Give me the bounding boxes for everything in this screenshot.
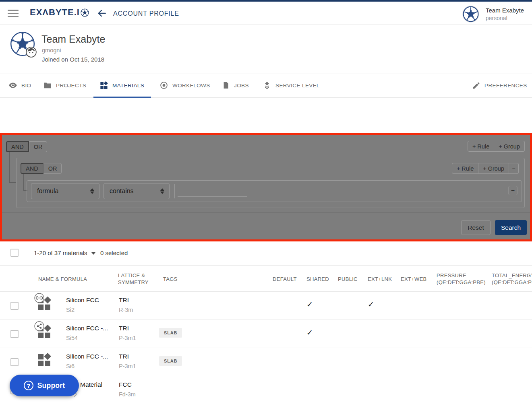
account-scope: personal [486,15,524,21]
account-avatar [462,6,479,23]
workflows-icon [159,81,168,90]
tag-badge: SLAB [159,356,182,366]
add-rule-button[interactable]: + Rule [452,163,478,174]
table-row[interactable]: Silicon FCC -...Si54 TRIP-3m1 SLAB ✓ [0,320,532,348]
file-icon [222,81,230,90]
symmetry-group: P-3m1 [119,335,157,341]
brand-text: EXΛBYTE.I [30,7,80,18]
material-formula: Si54 [66,335,116,341]
remove-group-button[interactable]: − [509,163,519,174]
profile-avatar [10,31,35,56]
col-tags[interactable]: TAGS [163,276,178,282]
account-menu[interactable]: Team Exabyte personal [462,6,524,23]
query-builder-panel: AND OR + Rule + Group AND OR + Rule + Gr… [0,133,532,241]
select-all-checkbox[interactable] [10,249,19,257]
back-arrow-icon[interactable] [97,8,107,19]
support-button[interactable]: ? Support [10,375,79,396]
pencil-icon [472,81,480,90]
rule-operator-select[interactable]: contains [104,183,170,199]
tab-materials[interactable]: MATERIALS [99,74,144,97]
material-name[interactable]: Silicon FCC [66,297,116,304]
lattice-type: TRI [119,325,157,332]
folder-icon [43,81,52,90]
lattice-type: FCC [119,381,157,388]
nested-rule-group: AND OR + Rule + Group − formula contains [16,158,525,208]
col-name-formula[interactable]: NAME & FORMULA [38,276,87,282]
row-checkbox[interactable] [10,302,19,310]
tab-workflows[interactable]: WORKFLOWS [159,74,210,97]
symmetry-group: R-3m [119,307,157,313]
list-controls-bar: 1-20 of 37 materials 0 selected [0,241,532,266]
inner-andor-toggle: AND OR [21,163,62,174]
selected-count: 0 selected [100,249,128,256]
col-lattice-symmetry[interactable]: LATTICE & SYMMETRY [118,272,152,286]
tree-connector [9,152,16,183]
add-group-button[interactable]: + Group [478,163,509,174]
account-name: Team Exabyte [486,7,524,14]
profile-handle: gmogni [42,47,61,54]
row-checkbox[interactable] [10,330,19,338]
row-checkbox[interactable] [10,358,19,366]
materials-icon [99,81,108,90]
rule-divider [174,184,175,198]
share-badge-icon [34,321,44,331]
eye-icon [8,81,17,90]
tab-service-level[interactable]: SERVICE LEVEL [263,74,320,97]
shared-check: ✓ [298,328,322,337]
table-row[interactable]: Silicon FCCSi2 TRIR-3m ✓ ✓ [0,292,532,320]
tab-bio[interactable]: BIO [8,74,31,97]
rule-value-input[interactable] [178,186,247,197]
table-row[interactable]: Material 2 FCCFd-3m [0,376,532,404]
col-total-energy[interactable]: TOTAL_ENERGY (QE:DFT:GGA:PBE) [492,272,532,286]
profile-name: Team Exabyte [41,33,105,45]
profile-joined-date: Joined on Oct 15, 2018 [42,56,104,63]
tab-preferences[interactable]: PREFERENCES [472,74,527,97]
col-pressure[interactable]: PRESSURE (QE:DFT:GGA:PBE) [437,272,485,286]
profile-header: Team Exabyte gmogni Joined on Oct 15, 20… [0,25,532,74]
material-formula: Si6 [66,363,116,369]
reset-button[interactable]: Reset [461,220,491,235]
col-ext-lnk[interactable]: EXT+LNK [368,276,392,282]
ext-lnk-check: ✓ [359,300,383,309]
soccer-ball-icon [81,8,89,17]
add-group-button[interactable]: + Group [494,141,525,152]
select-arrows-icon [160,188,164,194]
lattice-type: TRI [119,353,157,360]
select-arrows-icon [90,188,94,194]
search-button[interactable]: Search [495,220,527,235]
pagination-dropdown[interactable]: 1-20 of 37 materials [34,249,95,256]
add-rule-button[interactable]: + Rule [468,141,494,152]
outer-or-button[interactable]: OR [29,141,48,152]
remove-rule-button[interactable]: − [508,186,518,195]
layers-icon [263,81,271,90]
tab-jobs[interactable]: JOBS [222,74,249,97]
symmetry-group: P-3m1 [119,363,157,369]
materials-toolbar [0,98,532,133]
tag-badge: SLAB [159,328,182,338]
col-ext-web[interactable]: EXT+WEB [401,276,427,282]
table-row[interactable]: Silicon FCC -...Si6 TRIP-3m1 SLAB [0,348,532,376]
query-rule-row: formula contains − [27,180,522,202]
brand-logo[interactable]: EXΛBYTE.I [30,7,89,18]
material-name[interactable]: Silicon FCC -... [66,353,116,360]
table-header: NAME & FORMULA LATTICE & SYMMETRY TAGS D… [0,266,532,292]
rule-operator-value: contains [110,188,134,195]
material-name[interactable]: Silicon FCC -... [66,325,116,332]
inner-and-button[interactable]: AND [21,163,43,174]
material-icon [36,296,52,312]
outer-group-actions: + Rule + Group [468,141,525,152]
inner-or-button[interactable]: OR [43,163,62,174]
outer-and-button[interactable]: AND [6,141,29,152]
page-title: ACCOUNT PROFILE [113,10,179,17]
app-window: EXΛBYTE.I ACCOUNT PROFILE Team Exabyte p… [0,0,532,404]
outer-andor-toggle: AND OR [6,141,47,152]
col-shared[interactable]: SHARED [306,276,329,282]
col-default[interactable]: DEFAULT [273,276,297,282]
col-public[interactable]: PUBLIC [338,276,358,282]
inner-group-actions: + Rule + Group − [452,163,519,174]
tab-projects[interactable]: PROJECTS [43,74,86,97]
rule-field-select[interactable]: formula [31,183,99,199]
rule-field-value: formula [37,188,58,195]
material-icon [36,324,52,340]
menu-icon[interactable] [8,10,19,17]
